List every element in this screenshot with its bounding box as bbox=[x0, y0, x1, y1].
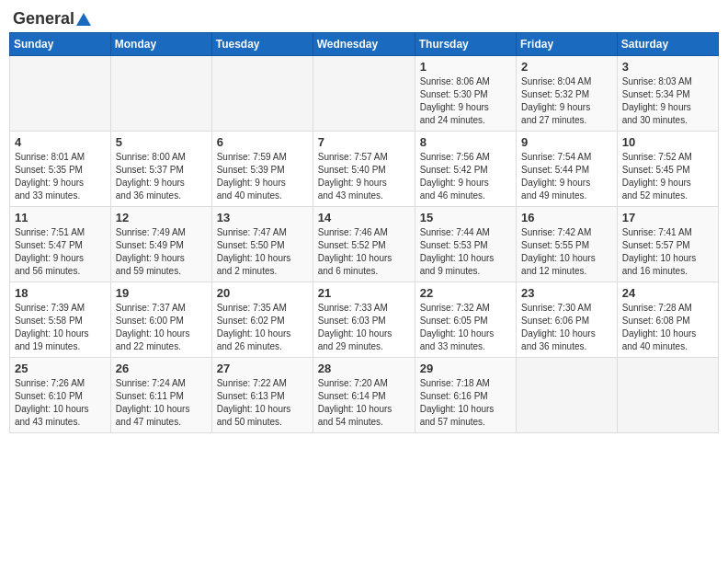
calendar-cell bbox=[10, 56, 111, 132]
calendar: SundayMondayTuesdayWednesdayThursdayFrid… bbox=[9, 32, 719, 433]
day-of-week-header: Saturday bbox=[617, 33, 718, 56]
calendar-cell: 22Sunrise: 7:32 AM Sunset: 6:05 PM Dayli… bbox=[415, 282, 516, 358]
day-of-week-header: Wednesday bbox=[313, 33, 415, 56]
day-number: 29 bbox=[420, 362, 511, 375]
calendar-cell: 19Sunrise: 7:37 AM Sunset: 6:00 PM Dayli… bbox=[110, 282, 211, 358]
calendar-cell bbox=[211, 56, 313, 132]
day-of-week-header: Tuesday bbox=[211, 33, 313, 56]
calendar-cell: 5Sunrise: 8:00 AM Sunset: 5:37 PM Daylig… bbox=[110, 132, 211, 207]
day-info: Sunrise: 7:30 AM Sunset: 6:06 PM Dayligh… bbox=[521, 302, 612, 353]
calendar-cell: 11Sunrise: 7:51 AM Sunset: 5:47 PM Dayli… bbox=[10, 207, 111, 282]
calendar-cell: 9Sunrise: 7:54 AM Sunset: 5:44 PM Daylig… bbox=[517, 132, 618, 207]
calendar-cell: 23Sunrise: 7:30 AM Sunset: 6:06 PM Dayli… bbox=[517, 282, 618, 358]
day-number: 28 bbox=[318, 362, 410, 375]
calendar-cell bbox=[617, 358, 718, 433]
calendar-cell: 26Sunrise: 7:24 AM Sunset: 6:11 PM Dayli… bbox=[110, 358, 211, 433]
day-info: Sunrise: 7:44 AM Sunset: 5:53 PM Dayligh… bbox=[420, 226, 511, 278]
day-number: 25 bbox=[15, 362, 106, 375]
day-number: 15 bbox=[420, 211, 511, 224]
day-number: 24 bbox=[622, 286, 713, 300]
calendar-cell: 29Sunrise: 7:18 AM Sunset: 6:16 PM Dayli… bbox=[415, 358, 516, 433]
calendar-cell bbox=[313, 56, 415, 132]
day-number: 27 bbox=[217, 362, 308, 375]
day-number: 26 bbox=[116, 362, 207, 375]
calendar-cell: 7Sunrise: 7:57 AM Sunset: 5:40 PM Daylig… bbox=[313, 132, 415, 207]
day-info: Sunrise: 7:59 AM Sunset: 5:39 PM Dayligh… bbox=[217, 151, 308, 202]
day-number: 4 bbox=[15, 135, 106, 149]
day-info: Sunrise: 7:51 AM Sunset: 5:47 PM Dayligh… bbox=[15, 226, 106, 278]
calendar-cell: 16Sunrise: 7:42 AM Sunset: 5:55 PM Dayli… bbox=[517, 207, 618, 282]
day-number: 14 bbox=[318, 211, 410, 224]
calendar-cell: 15Sunrise: 7:44 AM Sunset: 5:53 PM Dayli… bbox=[415, 207, 516, 282]
day-number: 19 bbox=[116, 286, 207, 300]
logo-icon bbox=[76, 13, 91, 26]
day-number: 11 bbox=[15, 211, 106, 224]
calendar-cell: 20Sunrise: 7:35 AM Sunset: 6:02 PM Dayli… bbox=[211, 282, 313, 358]
day-info: Sunrise: 7:28 AM Sunset: 6:08 PM Dayligh… bbox=[622, 302, 713, 353]
calendar-cell bbox=[110, 56, 211, 132]
day-info: Sunrise: 7:47 AM Sunset: 5:50 PM Dayligh… bbox=[217, 226, 308, 278]
day-info: Sunrise: 8:00 AM Sunset: 5:37 PM Dayligh… bbox=[116, 151, 207, 202]
calendar-cell: 25Sunrise: 7:26 AM Sunset: 6:10 PM Dayli… bbox=[10, 358, 111, 433]
calendar-cell: 12Sunrise: 7:49 AM Sunset: 5:49 PM Dayli… bbox=[110, 207, 211, 282]
day-number: 1 bbox=[420, 60, 511, 74]
day-info: Sunrise: 7:46 AM Sunset: 5:52 PM Dayligh… bbox=[318, 226, 410, 278]
day-number: 21 bbox=[318, 286, 410, 300]
calendar-cell: 24Sunrise: 7:28 AM Sunset: 6:08 PM Dayli… bbox=[617, 282, 718, 358]
calendar-cell: 4Sunrise: 8:01 AM Sunset: 5:35 PM Daylig… bbox=[10, 132, 111, 207]
day-info: Sunrise: 7:56 AM Sunset: 5:42 PM Dayligh… bbox=[420, 151, 511, 202]
calendar-week-row: 4Sunrise: 8:01 AM Sunset: 5:35 PM Daylig… bbox=[10, 132, 719, 207]
calendar-cell: 2Sunrise: 8:04 AM Sunset: 5:32 PM Daylig… bbox=[517, 56, 618, 132]
day-number: 3 bbox=[622, 60, 713, 74]
logo-general-text: General bbox=[13, 9, 74, 29]
calendar-week-row: 25Sunrise: 7:26 AM Sunset: 6:10 PM Dayli… bbox=[10, 358, 719, 433]
calendar-header-row: SundayMondayTuesdayWednesdayThursdayFrid… bbox=[10, 33, 719, 56]
calendar-week-row: 18Sunrise: 7:39 AM Sunset: 5:58 PM Dayli… bbox=[10, 282, 719, 358]
day-info: Sunrise: 8:06 AM Sunset: 5:30 PM Dayligh… bbox=[420, 75, 511, 127]
calendar-week-row: 1Sunrise: 8:06 AM Sunset: 5:30 PM Daylig… bbox=[10, 56, 719, 132]
day-of-week-header: Thursday bbox=[415, 33, 516, 56]
calendar-cell bbox=[517, 358, 618, 433]
calendar-cell: 8Sunrise: 7:56 AM Sunset: 5:42 PM Daylig… bbox=[415, 132, 516, 207]
calendar-cell: 14Sunrise: 7:46 AM Sunset: 5:52 PM Dayli… bbox=[313, 207, 415, 282]
day-info: Sunrise: 8:03 AM Sunset: 5:34 PM Dayligh… bbox=[622, 75, 713, 127]
header: General bbox=[9, 9, 719, 25]
calendar-cell: 28Sunrise: 7:20 AM Sunset: 6:14 PM Dayli… bbox=[313, 358, 415, 433]
calendar-cell: 13Sunrise: 7:47 AM Sunset: 5:50 PM Dayli… bbox=[211, 207, 313, 282]
day-info: Sunrise: 7:37 AM Sunset: 6:00 PM Dayligh… bbox=[116, 302, 207, 353]
day-info: Sunrise: 7:57 AM Sunset: 5:40 PM Dayligh… bbox=[318, 151, 410, 202]
day-number: 12 bbox=[116, 211, 207, 224]
calendar-cell: 27Sunrise: 7:22 AM Sunset: 6:13 PM Dayli… bbox=[211, 358, 313, 433]
calendar-cell: 1Sunrise: 8:06 AM Sunset: 5:30 PM Daylig… bbox=[415, 56, 516, 132]
calendar-cell: 3Sunrise: 8:03 AM Sunset: 5:34 PM Daylig… bbox=[617, 56, 718, 132]
day-number: 5 bbox=[116, 135, 207, 149]
day-info: Sunrise: 7:42 AM Sunset: 5:55 PM Dayligh… bbox=[521, 226, 612, 278]
logo: General bbox=[13, 9, 93, 25]
day-info: Sunrise: 8:04 AM Sunset: 5:32 PM Dayligh… bbox=[521, 75, 612, 127]
day-number: 8 bbox=[420, 135, 511, 149]
day-number: 7 bbox=[318, 135, 410, 149]
day-of-week-header: Sunday bbox=[10, 33, 111, 56]
day-number: 2 bbox=[521, 60, 612, 74]
calendar-cell: 6Sunrise: 7:59 AM Sunset: 5:39 PM Daylig… bbox=[211, 132, 313, 207]
day-info: Sunrise: 7:18 AM Sunset: 6:16 PM Dayligh… bbox=[420, 377, 511, 429]
day-number: 13 bbox=[217, 211, 308, 224]
calendar-cell: 18Sunrise: 7:39 AM Sunset: 5:58 PM Dayli… bbox=[10, 282, 111, 358]
day-info: Sunrise: 7:22 AM Sunset: 6:13 PM Dayligh… bbox=[217, 377, 308, 429]
day-info: Sunrise: 7:33 AM Sunset: 6:03 PM Dayligh… bbox=[318, 302, 410, 353]
day-number: 23 bbox=[521, 286, 612, 300]
calendar-cell: 17Sunrise: 7:41 AM Sunset: 5:57 PM Dayli… bbox=[617, 207, 718, 282]
day-info: Sunrise: 7:49 AM Sunset: 5:49 PM Dayligh… bbox=[116, 226, 207, 278]
calendar-week-row: 11Sunrise: 7:51 AM Sunset: 5:47 PM Dayli… bbox=[10, 207, 719, 282]
day-info: Sunrise: 7:26 AM Sunset: 6:10 PM Dayligh… bbox=[15, 377, 106, 429]
day-info: Sunrise: 7:52 AM Sunset: 5:45 PM Dayligh… bbox=[622, 151, 713, 202]
day-info: Sunrise: 7:39 AM Sunset: 5:58 PM Dayligh… bbox=[15, 302, 106, 353]
day-number: 22 bbox=[420, 286, 511, 300]
day-number: 10 bbox=[622, 135, 713, 149]
day-info: Sunrise: 7:32 AM Sunset: 6:05 PM Dayligh… bbox=[420, 302, 511, 353]
day-info: Sunrise: 7:24 AM Sunset: 6:11 PM Dayligh… bbox=[116, 377, 207, 429]
day-number: 16 bbox=[521, 211, 612, 224]
day-info: Sunrise: 7:20 AM Sunset: 6:14 PM Dayligh… bbox=[318, 377, 410, 429]
day-info: Sunrise: 8:01 AM Sunset: 5:35 PM Dayligh… bbox=[15, 151, 106, 202]
day-of-week-header: Monday bbox=[110, 33, 211, 56]
